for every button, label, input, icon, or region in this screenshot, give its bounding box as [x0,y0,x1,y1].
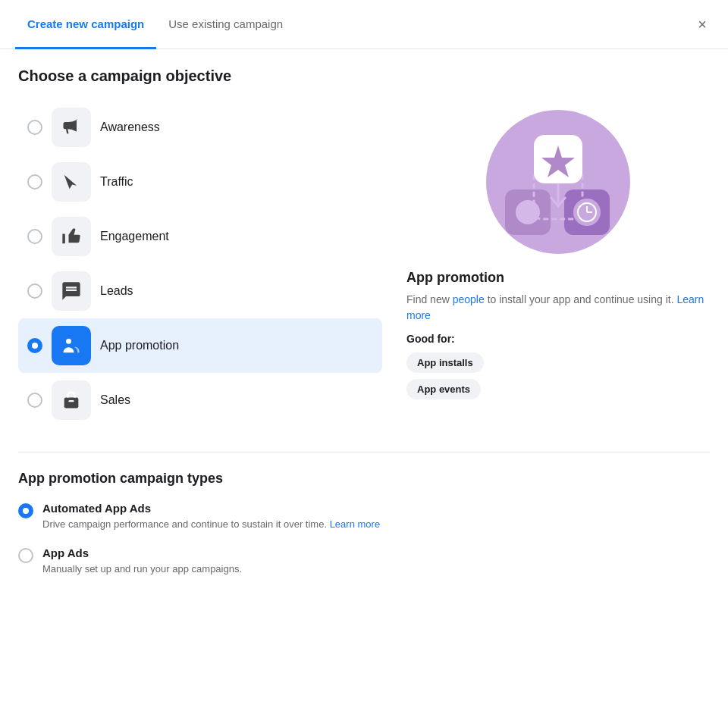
campaign-types-section: App promotion campaign types Automated A… [18,452,710,591]
campaign-type-automated[interactable]: Automated App Ads Drive campaign perform… [18,502,710,531]
thumbsup-icon [61,226,82,247]
section-title: Choose a campaign objective [18,67,710,85]
close-button[interactable]: × [689,11,716,38]
modal-body: Choose a campaign objective Awareness [0,49,728,609]
app-promotion-label: App promotion [100,339,179,352]
content-row: Awareness Traffic [18,100,710,427]
objective-item-engagement[interactable]: Engagement [18,209,382,264]
svg-point-0 [66,339,71,344]
tags-container: App installs App events [406,352,484,399]
radio-app-promotion[interactable] [27,338,42,353]
objective-item-traffic[interactable]: Traffic [18,155,382,209]
objective-list: Awareness Traffic [18,100,382,427]
engagement-icon-box [52,217,91,256]
svg-rect-2 [69,400,74,402]
chat-icon [61,280,82,302]
radio-engagement[interactable] [27,229,42,244]
radio-automated-app-ads[interactable] [18,503,33,518]
engagement-label: Engagement [100,230,169,243]
radio-traffic[interactable] [27,174,42,189]
preview-description: Find new people to install your app and … [406,292,710,324]
people-icon [61,335,82,356]
campaign-types-title: App promotion campaign types [18,471,710,487]
radio-app-ads[interactable] [18,548,33,563]
sales-icon-box [52,380,91,420]
megaphone-icon [61,117,82,138]
campaign-type-app-ads[interactable]: App Ads Manually set up and run your app… [18,546,710,576]
objective-item-awareness[interactable]: Awareness [18,100,382,155]
app-ads-content: App Ads Manually set up and run your app… [42,546,242,576]
leads-icon-box [52,271,91,311]
leads-label: Leads [100,284,133,298]
app-promotion-icon-box [52,326,91,365]
preview-title: App promotion [406,270,504,286]
traffic-icon-box [52,162,91,202]
automated-learn-more-link[interactable]: Learn more [330,518,380,530]
tag-app-events: App events [406,379,481,399]
app-ads-name: App Ads [42,546,242,559]
bag-icon [61,390,82,411]
people-link[interactable]: people [453,293,485,305]
tag-app-installs: App installs [406,352,484,373]
preview-panel: App promotion Find new people to install… [406,100,710,427]
tab-use-existing-campaign[interactable]: Use existing campaign [156,0,295,49]
radio-awareness[interactable] [27,120,42,135]
objective-item-sales[interactable]: Sales [18,373,382,427]
automated-app-ads-desc: Drive campaign performance and continue … [42,518,380,531]
automated-app-ads-name: Automated App Ads [42,502,380,515]
tab-create-new-campaign[interactable]: Create new campaign [15,0,156,49]
objective-item-leads[interactable]: Leads [18,264,382,318]
sales-label: Sales [100,393,130,407]
good-for-title: Good for: [406,333,455,345]
cursor-icon [61,171,82,193]
automated-app-ads-content: Automated App Ads Drive campaign perform… [42,502,380,531]
radio-sales[interactable] [27,393,42,408]
awareness-icon-box [52,108,91,147]
svg-rect-1 [64,398,79,409]
app-promotion-illustration [482,106,634,258]
app-ads-desc: Manually set up and run your app campaig… [42,562,242,576]
tab-header: Create new campaign Use existing campaig… [0,0,728,49]
svg-point-14 [516,200,540,224]
awareness-label: Awareness [100,121,160,134]
radio-leads[interactable] [27,283,42,299]
modal-container: Create new campaign Use existing campaig… [0,0,728,717]
objective-item-app-promotion[interactable]: App promotion [18,318,382,373]
traffic-label: Traffic [100,175,133,189]
